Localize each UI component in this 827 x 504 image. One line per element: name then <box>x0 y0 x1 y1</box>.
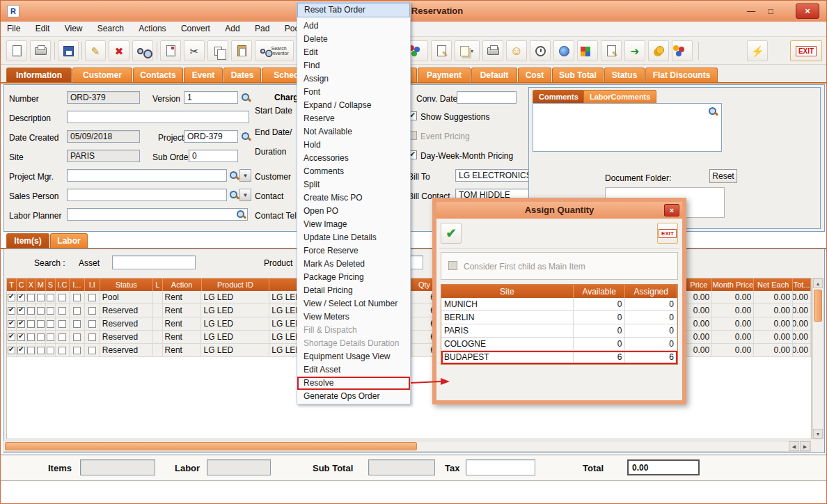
column-header[interactable]: I.I <box>85 278 100 291</box>
description-field[interactable] <box>67 111 249 123</box>
version-lookup-icon[interactable] <box>241 93 251 102</box>
sub-total-field[interactable] <box>368 459 435 475</box>
tab-flat-discounts[interactable]: Flat Discounts <box>645 68 718 83</box>
column-header[interactable]: I... <box>70 278 85 291</box>
context-menu-item[interactable]: View Image <box>297 218 410 231</box>
row-checkbox[interactable] <box>27 307 35 315</box>
dialog-exit-button[interactable]: EXIT <box>657 223 678 244</box>
row-checkbox[interactable] <box>73 307 81 315</box>
context-menu-item[interactable]: Equipment Usage View <box>297 350 410 363</box>
scroll-left-button[interactable]: ◀ <box>789 441 799 451</box>
cube-button[interactable] <box>577 40 598 61</box>
search-inventory-button[interactable]: Search Inventor <box>255 40 294 61</box>
new-document-button[interactable] <box>6 40 27 61</box>
paste-button[interactable] <box>231 40 252 61</box>
context-menu-item[interactable]: Force Reserve <box>297 244 410 258</box>
context-menu-item[interactable]: Assign <box>297 72 410 86</box>
row-checkbox[interactable] <box>8 307 15 315</box>
row-checkbox[interactable] <box>58 294 66 301</box>
scroll-up-button[interactable]: ▲ <box>813 278 823 288</box>
scroll-down-button[interactable]: ▼ <box>813 429 823 439</box>
project-mgr-field[interactable] <box>67 169 227 182</box>
row-checkbox[interactable] <box>58 320 66 328</box>
horizontal-scrollbar[interactable]: ◀ ▶ <box>3 441 811 452</box>
project-mgr-dropdown[interactable]: ▼ <box>239 169 251 182</box>
edit-note-button[interactable] <box>431 40 452 61</box>
smiley-button[interactable]: ☺ <box>506 40 527 61</box>
date-created-field[interactable]: 05/09/2018 <box>67 130 140 143</box>
row-checkbox[interactable] <box>73 294 81 301</box>
project-field[interactable]: ORD-379 <box>184 130 238 143</box>
conv-date-field[interactable] <box>457 91 517 104</box>
note-edit-button[interactable] <box>601 40 622 61</box>
row-checkbox[interactable] <box>47 333 54 341</box>
tab-information[interactable]: Information <box>6 68 72 83</box>
column-header[interactable]: M <box>36 278 46 291</box>
context-menu-item[interactable]: View / Select Lot Number <box>297 297 410 310</box>
row-checkbox[interactable] <box>8 333 15 341</box>
context-menu-item[interactable]: Package Pricing <box>297 271 410 284</box>
project-mgr-lookup-icon[interactable] <box>229 171 239 180</box>
globe-button[interactable] <box>553 40 574 61</box>
comments-lookup-icon[interactable] <box>708 107 718 116</box>
context-menu-item[interactable]: Hold <box>297 139 410 152</box>
tab-cost[interactable]: Cost <box>518 68 551 83</box>
column-header[interactable]: Month Price <box>712 278 754 291</box>
tab-contacts[interactable]: Contacts <box>133 68 183 83</box>
sales-person-lookup-icon[interactable] <box>229 190 239 200</box>
tab-items[interactable]: Item(s) <box>6 233 49 249</box>
context-menu-item[interactable]: Reset Tab Order <box>297 3 410 17</box>
inventory-document-button[interactable] <box>160 40 181 61</box>
column-header[interactable]: Price <box>686 278 712 291</box>
row-checkbox[interactable] <box>27 320 35 328</box>
row-checkbox[interactable] <box>8 347 15 354</box>
row-checkbox[interactable] <box>37 333 45 341</box>
column-header[interactable]: S <box>46 278 56 291</box>
context-menu-item[interactable]: Resolve <box>297 377 410 390</box>
row-checkbox[interactable] <box>88 347 96 354</box>
labor-planner-lookup-icon[interactable] <box>236 210 246 219</box>
tab-labor[interactable]: Labor <box>50 233 88 249</box>
tab-event[interactable]: Event <box>184 68 223 83</box>
context-menu-item[interactable]: Fill & Dispatch <box>297 324 410 337</box>
row-checkbox[interactable] <box>27 347 35 354</box>
row-checkbox[interactable] <box>8 320 15 328</box>
context-menu-item[interactable]: View Meters <box>297 310 410 324</box>
minimize-button[interactable]: — <box>743 5 759 18</box>
context-menu-item[interactable]: Reserve <box>297 112 410 125</box>
scroll-right-button[interactable]: ▶ <box>800 441 810 451</box>
labor-total-field[interactable] <box>207 459 271 475</box>
context-menu-item[interactable]: Font <box>297 86 410 99</box>
site-row[interactable]: BERLIN 0 0 <box>441 311 677 324</box>
row-checkbox[interactable] <box>17 320 25 328</box>
row-checkbox[interactable] <box>47 347 54 354</box>
context-menu-item[interactable]: Edit Asset <box>297 363 410 377</box>
money-button[interactable] <box>648 40 669 61</box>
context-menu-item[interactable]: Generate Ops Order <box>297 390 410 403</box>
consider-first-child-checkbox[interactable] <box>448 261 457 270</box>
sales-person-field[interactable] <box>67 189 227 201</box>
context-menu-item[interactable]: Edit <box>297 46 410 59</box>
row-checkbox[interactable] <box>58 307 66 315</box>
version-field[interactable]: 1 <box>184 91 238 104</box>
copy-button[interactable] <box>207 40 228 61</box>
horizontal-scroll-thumb[interactable] <box>5 442 417 450</box>
row-checkbox[interactable] <box>73 347 81 354</box>
find-button[interactable] <box>132 40 153 61</box>
maximize-button[interactable]: □ <box>762 5 779 18</box>
exit-button[interactable]: EXIT <box>790 40 822 61</box>
context-menu-item[interactable]: Open PO <box>297 205 410 218</box>
context-menu-item[interactable]: Comments <box>297 165 410 178</box>
tab-payment[interactable]: Payment <box>418 68 471 83</box>
row-checkbox[interactable] <box>27 294 35 301</box>
row-checkbox[interactable] <box>47 320 54 328</box>
chart-balls-button[interactable] <box>672 40 693 61</box>
tax-field[interactable] <box>466 459 535 475</box>
context-menu-item[interactable]: Accessories <box>297 152 410 165</box>
row-checkbox[interactable] <box>47 294 54 301</box>
site-row[interactable]: COLOGNE 0 0 <box>441 338 677 351</box>
context-menu-item[interactable]: Update Line Details <box>297 231 410 244</box>
tab-status[interactable]: Status <box>604 68 645 83</box>
menubar-item[interactable]: Pad <box>249 22 276 36</box>
plug-button[interactable]: ⚡ <box>747 40 768 61</box>
